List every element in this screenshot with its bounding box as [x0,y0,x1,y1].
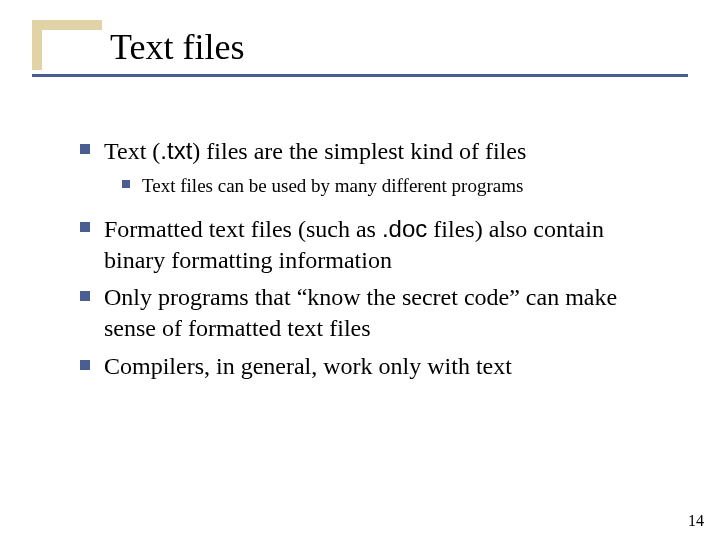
code-run: .txt [160,137,192,164]
slide-title: Text files [110,26,244,68]
bullet-item: Text (.txt) files are the simplest kind … [80,135,660,167]
title-underline [32,74,688,77]
code-run: .doc [382,215,427,242]
page-number: 14 [688,512,704,530]
bullet-text: Text (.txt) files are the simplest kind … [104,135,526,167]
text-run: Text ( [104,138,160,164]
text-run: ) files are the simplest kind of files [192,138,526,164]
square-bullet-icon [80,360,90,370]
title-decoration [32,20,102,70]
text-run: Formatted text files (such as [104,216,382,242]
slide: Text files Text (.txt) files are the sim… [0,0,720,540]
title-decoration-side [32,20,42,70]
bullet-text: Formatted text files (such as .doc files… [104,213,660,276]
bullet-item: Compilers, in general, work only with te… [80,351,660,382]
square-bullet-icon [80,291,90,301]
bullet-item: Formatted text files (such as .doc files… [80,213,660,276]
title-decoration-top [32,20,102,30]
bullet-text: Only programs that “know the secret code… [104,282,660,344]
slide-body: Text (.txt) files are the simplest kind … [80,135,660,388]
sub-bullet-text: Text files can be used by many different… [142,173,523,199]
bullet-text: Compilers, in general, work only with te… [104,351,512,382]
bullet-item: Only programs that “know the secret code… [80,282,660,344]
sub-bullet-item: Text files can be used by many different… [122,173,660,199]
title-area: Text files [32,20,592,74]
square-bullet-icon [80,144,90,154]
square-bullet-icon [122,180,130,188]
square-bullet-icon [80,222,90,232]
